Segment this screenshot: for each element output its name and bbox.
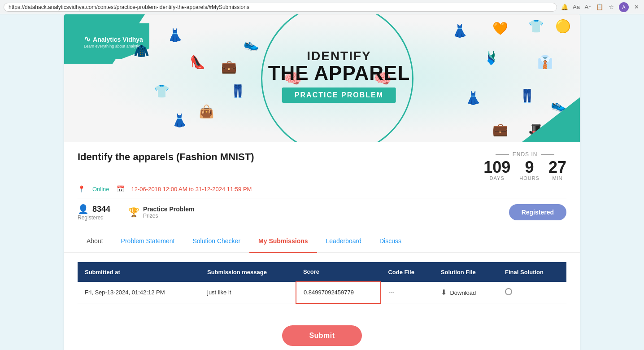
clothing-shirt-orange: 👕 xyxy=(154,84,170,99)
min-number: 27 xyxy=(548,159,566,175)
page-wrapper: ∿ Analytics Vidhya Learn everything abou… xyxy=(0,14,644,350)
col-score: Score xyxy=(296,262,381,282)
ends-in-line-left xyxy=(496,154,509,155)
min-label: MIN xyxy=(552,175,562,181)
practice-badge: PRACTICE PROBLEM xyxy=(282,88,396,103)
table-header-row: Submitted at Submission message Score Co… xyxy=(78,262,566,282)
tab-my-submissions[interactable]: My Submissions xyxy=(249,230,317,253)
hours-label: HOURS xyxy=(519,175,540,181)
teal-triangle-bottomright xyxy=(522,97,580,142)
cell-submitted-at: Fri, Sep-13-2024, 01:42:12 PM xyxy=(78,282,200,303)
banner-title-big: THE APPAREL xyxy=(268,63,410,83)
registered-button[interactable]: Registered xyxy=(509,204,566,220)
prize-label: Practice Problem xyxy=(143,206,194,213)
final-solution-radio[interactable] xyxy=(505,288,512,295)
min-group: 27 MIN xyxy=(548,159,566,181)
clothing-dress-pink: 👗 xyxy=(167,28,183,43)
download-icon[interactable]: ⬇ xyxy=(441,289,447,296)
ends-in-numbers: 109 DAYS 9 HOURS 27 MIN xyxy=(483,159,566,181)
clothing-dress-r2: 👗 xyxy=(466,91,481,105)
cell-submission-message: just like it xyxy=(200,282,296,303)
contest-info: Identify the apparels (Fashion MNIST) EN… xyxy=(64,142,580,230)
prize-sub: Prizes xyxy=(143,213,194,219)
text-size-icon[interactable]: A↑ xyxy=(584,3,592,11)
col-submitted-at: Submitted at xyxy=(78,262,200,282)
clothing-jacket-yellow: 🧥 xyxy=(134,44,149,58)
ends-in-block: ENDS IN 109 DAYS 9 HOURS 27 xyxy=(483,151,566,181)
star-icon[interactable]: ☆ xyxy=(607,3,615,11)
profile-icon[interactable]: A xyxy=(619,2,629,12)
table-header: Submitted at Submission message Score Co… xyxy=(78,262,566,282)
contest-title-row: Identify the apparels (Fashion MNIST) EN… xyxy=(78,151,566,181)
cell-solution-file: ⬇ Download xyxy=(434,282,498,303)
contest-banner: ∿ Analytics Vidhya Learn everything abou… xyxy=(64,14,580,142)
tab-problem-statement[interactable]: Problem Statement xyxy=(112,230,184,253)
cell-score: 0.84997092459779 xyxy=(296,282,381,303)
meta-row: 📍 Online 📅 12-06-2018 12:00 AM to 31-12-… xyxy=(78,185,566,192)
contest-title: Identify the apparels (Fashion MNIST) xyxy=(78,151,254,163)
calendar-icon: 📅 xyxy=(117,185,124,192)
location-icon: 📍 xyxy=(78,185,85,192)
close-icon[interactable]: ✕ xyxy=(632,3,640,11)
clothing-heel-green: 👠 xyxy=(190,55,205,70)
contest-card: ∿ Analytics Vidhya Learn everything abou… xyxy=(64,14,580,350)
divider xyxy=(78,198,566,198)
contest-dates: 12-06-2018 12:00 AM to 31-12-2024 11:59 … xyxy=(131,186,252,192)
col-final-solution: Final Solution xyxy=(498,262,566,282)
stat-registered-inner: 👤 8344 xyxy=(78,204,110,214)
stat-registered: 👤 8344 Registered xyxy=(78,204,110,221)
clothing-shoe-brown: 👟 xyxy=(244,37,259,52)
tab-solution-checker[interactable]: Solution Checker xyxy=(183,230,249,253)
hours-group: 9 HOURS xyxy=(519,159,540,181)
table-row: Fri, Sep-13-2024, 01:42:12 PM just like … xyxy=(78,282,566,303)
submissions-table: Submitted at Submission message Score Co… xyxy=(78,262,566,304)
col-submission-message: Submission message xyxy=(200,262,296,282)
clothing-briefcase-r: 💼 xyxy=(492,122,508,137)
clothing-pants-left: 👖 xyxy=(230,84,246,99)
ends-in-text: ENDS IN xyxy=(513,151,538,158)
prize-block: 🏆 Practice Problem Prizes xyxy=(128,206,194,219)
url-bar[interactable]: https://datahack.analyticsvidhya.com/con… xyxy=(4,3,557,12)
clothing-shirt-blue-r: 👕 xyxy=(528,19,544,34)
clothing-bag-green: 👜 xyxy=(199,104,214,119)
tab-leaderboard[interactable]: Leaderboard xyxy=(317,230,370,253)
bell-icon[interactable]: 🔔 xyxy=(561,3,569,11)
col-solution-file: Solution File xyxy=(434,262,498,282)
browser-icons: 🔔 Aa A↑ 📋 ☆ A ✕ xyxy=(561,2,640,12)
registered-count: 8344 xyxy=(92,205,110,214)
ends-in-line-right xyxy=(541,154,554,155)
stats-registered-row: 👤 8344 Registered 🏆 Practice Problem Pri… xyxy=(78,204,566,221)
clothing-shirt-pink-r: 🩱 xyxy=(483,50,499,65)
days-group: 109 DAYS xyxy=(483,159,510,181)
registered-label: Registered xyxy=(78,214,110,221)
col-code-file: Code File xyxy=(381,262,433,282)
days-label: DAYS xyxy=(490,175,505,181)
url-text: https://datahack.analyticsvidhya.com/con… xyxy=(9,4,249,10)
logo-name: ∿ Analytics Vidhya xyxy=(84,36,143,43)
submit-button[interactable]: Submit xyxy=(282,325,361,346)
cell-final-solution xyxy=(498,282,566,303)
table-section: Submitted at Submission message Score Co… xyxy=(64,253,580,313)
clothing-briefcase: 💼 xyxy=(221,59,237,74)
ends-in-label: ENDS IN xyxy=(496,151,555,158)
stats-row: 👤 8344 Registered 🏆 Practice Problem Pri… xyxy=(78,204,194,221)
clothing-dress-pink-r: 👗 xyxy=(452,23,468,38)
clothing-shirt-yellow-r: 🟡 xyxy=(555,19,571,34)
font-icon[interactable]: Aa xyxy=(572,3,580,11)
tab-discuss[interactable]: Discuss xyxy=(370,230,410,253)
location-online: Online xyxy=(92,186,109,192)
banner-title-area: IDENTIFY THE APPAREL PRACTICE PROBLEM xyxy=(268,49,410,103)
share-icon[interactable]: 📋 xyxy=(596,3,604,11)
clothing-shirt-orange-r: 🧡 xyxy=(492,21,508,36)
person-icon: 👤 xyxy=(78,204,89,214)
browser-bar: https://datahack.analyticsvidhya.com/con… xyxy=(0,0,644,14)
days-number: 109 xyxy=(483,159,510,175)
cell-code-file: --- xyxy=(381,282,433,303)
trophy-icon: 🏆 xyxy=(128,207,139,218)
clothing-shirt-r2: 👔 xyxy=(537,55,553,70)
table-body: Fri, Sep-13-2024, 01:42:12 PM just like … xyxy=(78,282,566,303)
prize-info: Practice Problem Prizes xyxy=(143,206,194,219)
download-label[interactable]: Download xyxy=(450,289,476,296)
tab-about[interactable]: About xyxy=(78,230,112,253)
tabs-bar: About Problem Statement Solution Checker… xyxy=(64,230,580,253)
